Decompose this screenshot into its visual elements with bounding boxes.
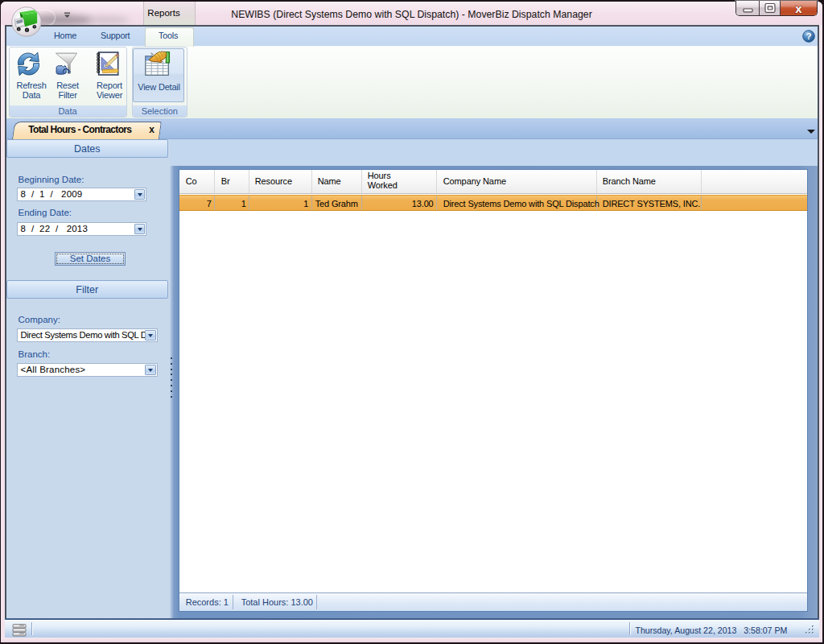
svg-text:x: x bbox=[795, 2, 802, 15]
svg-text:?: ? bbox=[805, 31, 811, 41]
